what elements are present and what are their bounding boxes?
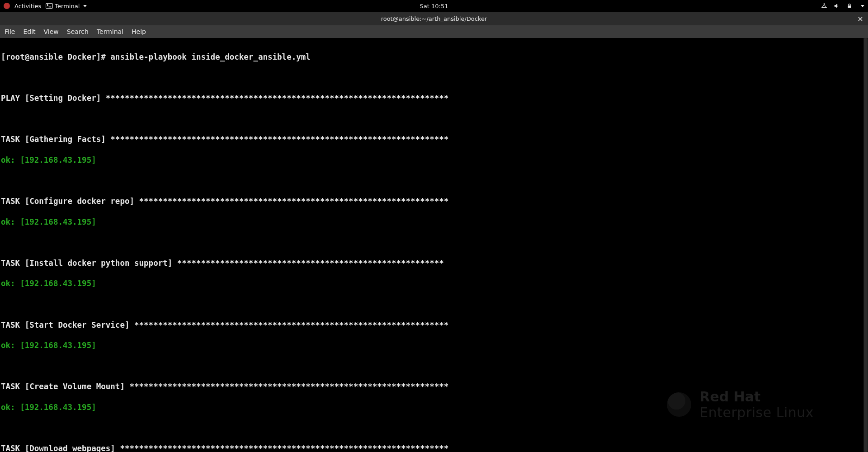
task-repo: TASK [Configure docker repo] ***********… bbox=[1, 196, 867, 207]
svg-point-0 bbox=[824, 3, 825, 5]
terminal-viewport: Red Hat Enterprise Linux [root@ansible D… bbox=[0, 38, 868, 452]
svg-rect-3 bbox=[848, 5, 851, 8]
result-ok: ok: [192.168.43.195] bbox=[1, 340, 867, 351]
task-gathering: TASK [Gathering Facts] *****************… bbox=[1, 134, 867, 145]
chevron-down-icon bbox=[83, 5, 87, 7]
terminal-app-icon bbox=[46, 3, 53, 9]
menu-view[interactable]: View bbox=[44, 28, 59, 35]
svg-point-2 bbox=[826, 7, 827, 8]
gnome-topbar: Activities Terminal Sat 10:51 bbox=[0, 0, 868, 12]
app-indicator-label: Terminal bbox=[55, 3, 80, 9]
task-service: TASK [Start Docker Service] ************… bbox=[1, 320, 867, 330]
app-indicator[interactable]: Terminal bbox=[46, 3, 87, 9]
play-heading: PLAY [Setting Docker] ******************… bbox=[1, 93, 867, 104]
activities-button[interactable]: Activities bbox=[14, 3, 41, 9]
result-ok: ok: [192.168.43.195] bbox=[1, 402, 867, 413]
volume-icon[interactable] bbox=[834, 3, 840, 9]
menu-terminal[interactable]: Terminal bbox=[97, 28, 123, 35]
task-volume: TASK [Create Volume Mount] *************… bbox=[1, 381, 867, 392]
window-titlebar: root@ansible:~/arth_ansible/Docker bbox=[0, 12, 868, 25]
result-ok: ok: [192.168.43.195] bbox=[1, 155, 867, 165]
menu-edit[interactable]: Edit bbox=[23, 28, 35, 35]
task-download: TASK [Download webpages] ***************… bbox=[1, 443, 867, 452]
menu-file[interactable]: File bbox=[5, 28, 15, 35]
network-icon[interactable] bbox=[821, 3, 827, 9]
close-button[interactable] bbox=[856, 15, 864, 23]
window-title: root@ansible:~/arth_ansible/Docker bbox=[381, 15, 487, 22]
clock[interactable]: Sat 10:51 bbox=[420, 3, 448, 9]
result-ok: ok: [192.168.43.195] bbox=[1, 278, 867, 289]
power-menu-chevron-icon[interactable] bbox=[861, 5, 864, 7]
lock-icon[interactable] bbox=[846, 3, 853, 9]
menu-help[interactable]: Help bbox=[132, 28, 146, 35]
svg-point-1 bbox=[821, 7, 823, 8]
menu-search[interactable]: Search bbox=[67, 28, 89, 35]
scrollbar-thumb[interactable] bbox=[864, 38, 868, 452]
task-python: TASK [Install docker python support] ***… bbox=[1, 258, 867, 268]
scrollbar[interactable] bbox=[863, 38, 868, 452]
menubar: File Edit View Search Terminal Help bbox=[0, 25, 868, 38]
terminal[interactable]: [root@ansible Docker]# ansible-playbook … bbox=[0, 38, 868, 452]
prompt-line: [root@ansible Docker]# ansible-playbook … bbox=[1, 52, 867, 62]
redhat-icon bbox=[4, 3, 10, 9]
result-ok: ok: [192.168.43.195] bbox=[1, 217, 867, 227]
